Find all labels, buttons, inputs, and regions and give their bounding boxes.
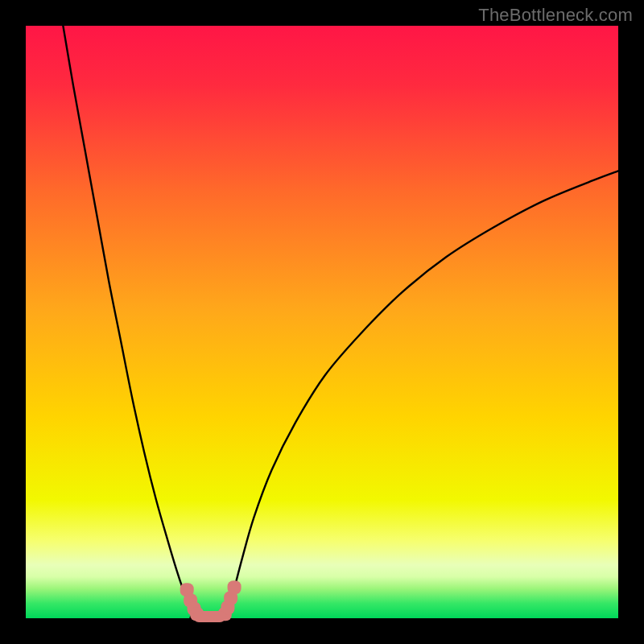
valley-floor [193,611,225,622]
bottleneck-chart [0,0,644,644]
valley-marker [228,580,242,594]
plot-background [26,26,618,618]
chart-frame: TheBottleneck.com [0,0,644,644]
watermark-text: TheBottleneck.com [478,5,633,26]
